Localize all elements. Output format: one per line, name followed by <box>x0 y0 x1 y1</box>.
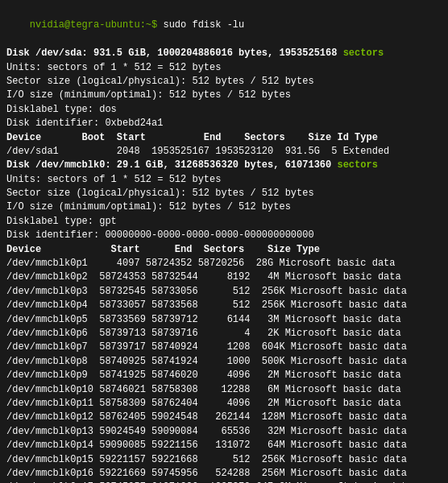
output-line-15: Disklabel type: gpt <box>6 215 442 229</box>
output-line-23: /dev/mmcblk0p5 58733569 58739712 6144 3M… <box>6 313 442 327</box>
output-line-0: Disk /dev/sda: 931.5 GiB, 1000204886016 … <box>6 47 442 60</box>
output-line-11: Disk /dev/mmcblk0: 29.1 GiB, 31268536320… <box>6 159 442 172</box>
prompt: nvidia@tegra-ubuntu:~$ <box>30 19 164 31</box>
output-line-32: /dev/mmcblk0p14 59090085 59221156 131072… <box>6 439 442 452</box>
output-line-22: /dev/mmcblk0p4 58733057 58733568 512 256… <box>6 299 442 312</box>
output-line-2: Sector size (logical/physical): 512 byte… <box>6 75 442 89</box>
output-line-7: Device Boot Start End Sectors Size Id Ty… <box>6 131 442 145</box>
output-line-21: /dev/mmcblk0p3 58732545 58733056 512 256… <box>6 285 442 299</box>
output-line-19: /dev/mmcblk0p1 4097 58724352 58720256 28… <box>6 257 442 270</box>
output-line-31: /dev/mmcblk0p13 59024549 59090084 65536 … <box>6 425 442 439</box>
output-line-8: /dev/sda1 2048 1953525167 1953523120 931… <box>6 145 442 159</box>
output-line-18: Device Start End Sectors Size Type <box>6 243 442 257</box>
command-line: nvidia@tegra-ubuntu:~$ sudo fdisk -lu <box>6 5 442 47</box>
output-line-29: /dev/mmcblk0p11 58758309 58762404 4096 2… <box>6 397 442 411</box>
output-line-4: Disklabel type: dos <box>6 103 442 117</box>
output-line-5: Disk identifier: 0xbebd24a1 <box>6 117 442 130</box>
output-line-28: /dev/mmcblk0p10 58746021 58758308 12288 … <box>6 383 442 397</box>
output-line-30: /dev/mmcblk0p12 58762405 59024548 262144… <box>6 411 442 424</box>
output-line-20: /dev/mmcblk0p2 58724353 58732544 8192 4M… <box>6 270 442 284</box>
output-line-33: /dev/mmcblk0p15 59221157 59221668 512 25… <box>6 453 442 467</box>
output-line-16: Disk identifier: 00000000-0000-0000-0000… <box>6 229 442 242</box>
output-line-27: /dev/mmcblk0p9 58741925 58746020 4096 2M… <box>6 369 442 382</box>
terminal-window: nvidia@tegra-ubuntu:~$ sudo fdisk -lu Di… <box>0 0 448 483</box>
output-line-1: Units: sectors of 1 * 512 = 512 bytes <box>6 61 442 75</box>
output-line-3: I/O size (minimum/optimal): 512 bytes / … <box>6 89 442 102</box>
output-line-34: /dev/mmcblk0p16 59221669 59745956 524288… <box>6 467 442 481</box>
output-line-24: /dev/mmcblk0p6 58739713 58739716 4 2K Mi… <box>6 327 442 341</box>
command: sudo fdisk -lu <box>163 19 244 31</box>
output-line-26: /dev/mmcblk0p8 58740925 58741924 1000 50… <box>6 355 442 369</box>
output-line-12: Units: sectors of 1 * 512 = 512 bytes <box>6 173 442 187</box>
output-line-13: Sector size (logical/physical): 512 byte… <box>6 187 442 200</box>
output-container: Disk /dev/sda: 931.5 GiB, 1000204886016 … <box>6 47 442 483</box>
output-line-14: I/O size (minimum/optimal): 512 bytes / … <box>6 200 442 214</box>
output-line-25: /dev/mmcblk0p7 58739717 58740924 1208 60… <box>6 341 442 354</box>
